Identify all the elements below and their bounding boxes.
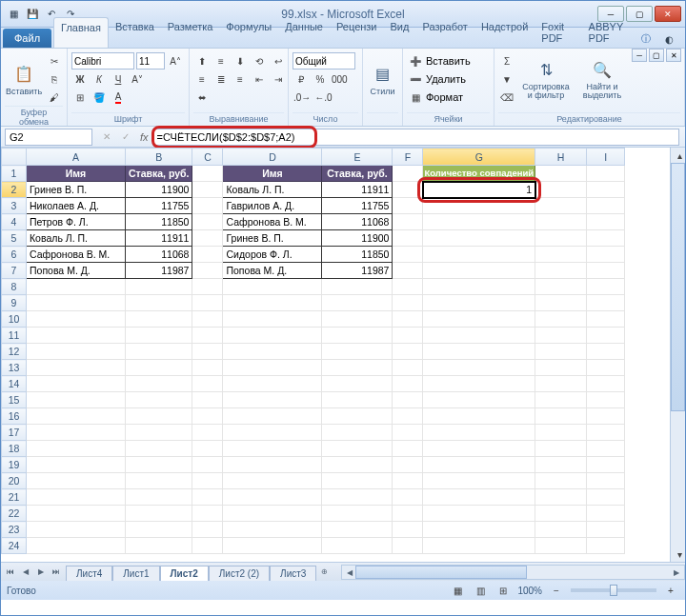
cell[interactable]: [423, 376, 535, 392]
row-header[interactable]: 24: [2, 538, 27, 554]
align-bot-icon[interactable]: ⬇: [232, 52, 249, 70]
table1-name[interactable]: Сафронова В. М.: [27, 247, 126, 263]
column-header[interactable]: I: [587, 149, 625, 166]
cell[interactable]: [535, 392, 587, 408]
insert-cells-button[interactable]: ➕Вставить: [407, 52, 471, 70]
dec-decimal-icon[interactable]: ←.0: [313, 89, 333, 106]
cell[interactable]: [27, 441, 126, 457]
row-header[interactable]: 10: [2, 311, 27, 328]
ribbon-tab[interactable]: ABBYY PDF: [582, 17, 637, 48]
cell[interactable]: [27, 489, 126, 506]
table1-rate[interactable]: 11755: [126, 198, 192, 214]
cell[interactable]: [535, 182, 587, 198]
cell[interactable]: [393, 344, 423, 360]
cell[interactable]: [322, 473, 393, 489]
cell[interactable]: [423, 360, 535, 376]
cell[interactable]: [393, 506, 423, 522]
cell[interactable]: [587, 344, 625, 360]
grow-font-icon[interactable]: A˄: [167, 52, 184, 70]
paste-button[interactable]: 📋 Вставить: [5, 52, 43, 106]
cell[interactable]: [393, 392, 423, 408]
cell[interactable]: [192, 522, 223, 538]
table1-rate[interactable]: 11900: [126, 182, 192, 198]
cell[interactable]: [192, 247, 223, 263]
worksheet-grid[interactable]: ABCDEFGHI1ИмяСтавка, руб.ИмяСтавка, руб.…: [1, 148, 685, 562]
cell[interactable]: [192, 295, 223, 311]
row-header[interactable]: 11: [2, 328, 27, 344]
help-icon[interactable]: ⓘ: [637, 30, 655, 48]
close-button[interactable]: ✕: [655, 6, 681, 22]
cell[interactable]: [393, 360, 423, 376]
cell[interactable]: [587, 538, 625, 554]
cell[interactable]: [587, 166, 625, 182]
table2-rate[interactable]: 11068: [322, 214, 393, 230]
cell[interactable]: [535, 279, 587, 295]
table1-name[interactable]: Коваль Л. П.: [27, 230, 126, 247]
cell[interactable]: [27, 408, 126, 425]
cell[interactable]: [27, 473, 126, 489]
row-header[interactable]: 4: [2, 214, 27, 230]
font-size-select[interactable]: [136, 52, 165, 70]
new-sheet-icon[interactable]: ⊕: [316, 565, 332, 580]
zoom-in-icon[interactable]: +: [662, 582, 679, 599]
cell[interactable]: [393, 457, 423, 473]
column-header[interactable]: H: [535, 149, 587, 166]
cell[interactable]: [322, 489, 393, 506]
column-header[interactable]: F: [393, 149, 423, 166]
cell[interactable]: [535, 457, 587, 473]
cell[interactable]: [322, 441, 393, 457]
ribbon-tab[interactable]: Разработ: [415, 17, 474, 48]
cell[interactable]: [393, 247, 423, 263]
autosum-icon[interactable]: Σ: [498, 52, 515, 70]
hscroll-right-icon[interactable]: ▶: [669, 566, 684, 581]
cell[interactable]: [27, 522, 126, 538]
vertical-scrollbar[interactable]: ▴ ▾: [670, 148, 685, 562]
cell[interactable]: [587, 182, 625, 198]
cell[interactable]: [223, 457, 322, 473]
format-cells-button[interactable]: ▦Формат: [407, 89, 463, 106]
cell[interactable]: [393, 376, 423, 392]
sheet-tab[interactable]: Лист1: [112, 566, 159, 581]
cell[interactable]: [393, 279, 423, 295]
cell[interactable]: [322, 522, 393, 538]
orientation-icon[interactable]: ⟲: [251, 52, 268, 70]
horizontal-scrollbar[interactable]: ◀ ▶: [341, 565, 685, 580]
cell[interactable]: [223, 376, 322, 392]
table1-name[interactable]: Николаев А. Д.: [27, 198, 126, 214]
mdi-restore[interactable]: ▢: [649, 49, 664, 62]
ribbon-tab[interactable]: Рецензи: [330, 17, 384, 48]
cell[interactable]: [322, 279, 393, 295]
cell[interactable]: [393, 473, 423, 489]
cell[interactable]: [223, 522, 322, 538]
table1-rate[interactable]: 11068: [126, 247, 192, 263]
cell[interactable]: [126, 279, 192, 295]
row-header[interactable]: 14: [2, 376, 27, 392]
cell[interactable]: [192, 376, 223, 392]
cell[interactable]: [192, 214, 223, 230]
cell[interactable]: [192, 538, 223, 554]
cell[interactable]: [587, 311, 625, 328]
table2-header-rate[interactable]: Ставка, руб.: [322, 166, 393, 182]
row-header[interactable]: 13: [2, 360, 27, 376]
table2-rate[interactable]: 11850: [322, 247, 393, 263]
fx-icon[interactable]: fx: [136, 131, 152, 143]
view-break-icon[interactable]: ⊞: [494, 582, 512, 599]
cell[interactable]: [423, 214, 535, 230]
table2-name[interactable]: Гаврилов А. Д.: [223, 198, 322, 214]
row-header[interactable]: 7: [2, 263, 27, 279]
cell[interactable]: [126, 360, 192, 376]
cell[interactable]: [393, 538, 423, 554]
cell[interactable]: [27, 311, 126, 328]
cell[interactable]: [27, 376, 126, 392]
cell[interactable]: [192, 344, 223, 360]
cell[interactable]: [587, 473, 625, 489]
cell[interactable]: [192, 457, 223, 473]
cell[interactable]: [423, 522, 535, 538]
row-header[interactable]: 17: [2, 425, 27, 441]
row-header[interactable]: 8: [2, 279, 27, 295]
currency-icon[interactable]: ₽: [293, 70, 310, 88]
row-header[interactable]: 6: [2, 247, 27, 263]
cell[interactable]: [322, 328, 393, 344]
cell[interactable]: [27, 360, 126, 376]
cell[interactable]: [423, 344, 535, 360]
